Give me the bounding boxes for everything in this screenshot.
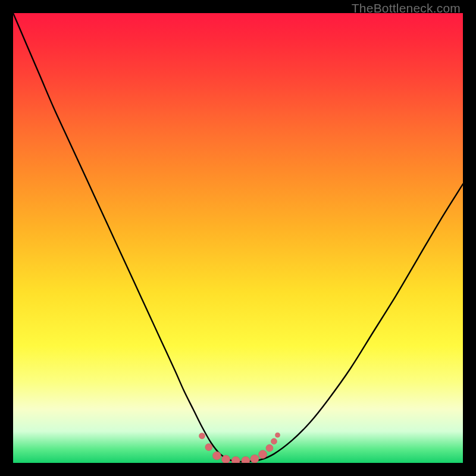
plot-area [13,13,463,463]
valley-marker [231,456,240,463]
chart-frame: TheBottleneck.com [0,0,476,476]
valley-marker [222,455,230,463]
valley-marker [259,450,267,459]
valley-marker [271,439,277,444]
valley-marker [212,452,221,460]
valley-markers [199,433,280,463]
valley-marker [275,433,280,437]
bottleneck-curve [13,13,463,462]
valley-marker [205,444,212,451]
valley-marker [199,433,205,439]
valley-marker [250,455,259,463]
valley-marker [266,444,273,452]
chart-svg [13,13,463,463]
valley-marker [242,456,250,463]
